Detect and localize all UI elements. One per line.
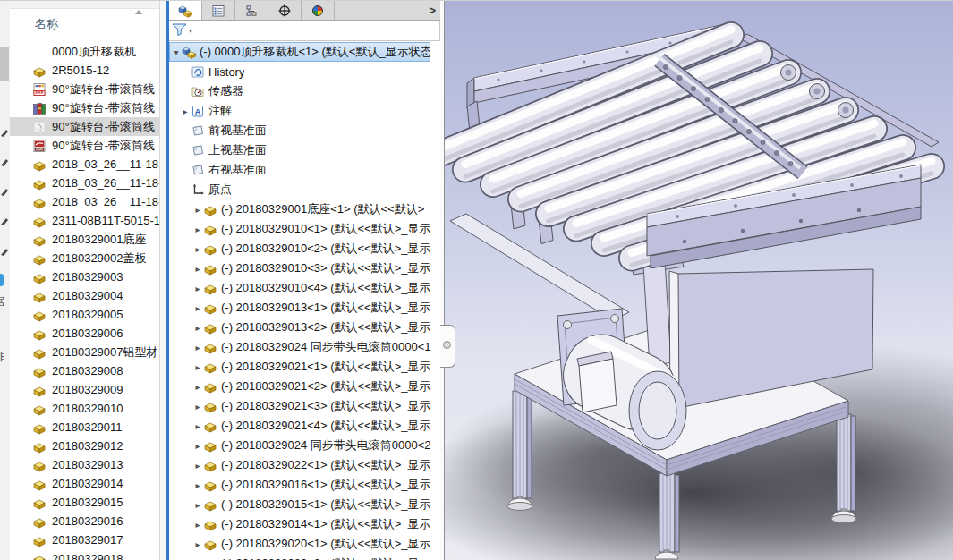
collapsed-expander-icon[interactable]: ▸ [180,106,191,116]
file-row[interactable]: 2018_03_26__11-18-07- [10,155,159,174]
collapsed-expander-icon[interactable]: ▸ [192,421,203,431]
file-row[interactable]: 20180329012 [10,437,159,455]
tree-row[interactable]: ▸ (-) 20180329024 同步带头电滚筒0000<2 [169,436,430,455]
tree-row[interactable]: ▸ (-) 20180329021<2> (默认<<默认>_显示 [169,377,430,396]
tab-overflow-arrow[interactable]: > [429,4,436,17]
tree-row[interactable]: ▸ (-) 20180329022<1> (默认<<默认>_显示 [169,455,430,475]
tree-row[interactable]: ▸ (-) 20180329024 同步带头电滚筒0000<1 [169,337,430,357]
collapsed-expander-icon[interactable]: ▸ [192,323,203,333]
part-file-icon [32,327,47,341]
filter-dropdown-icon[interactable]: ▾ [189,27,192,35]
tree-row[interactable]: 传感器 [169,81,430,101]
collapsed-expander-icon[interactable]: ▸ [192,520,203,530]
file-row[interactable]: 20180329018 [10,549,159,560]
tree-row[interactable]: ▾ (-) 0000顶升移裁机<1> (默认<默认_显示状态 [169,42,430,62]
file-row[interactable]: 20180329017 [10,530,159,549]
tree-row[interactable]: ▸ (-) 20180329015<1> (默认<<默认>_显示 [169,495,430,514]
tree-row[interactable]: 原点 [169,180,430,199]
file-row[interactable]: 0000顶升移裁机 [10,42,159,61]
file-row[interactable]: 20180329010 [10,399,159,418]
collapsed-expander-icon[interactable]: ▸ [192,362,203,372]
tree-row[interactable]: ▸ A注解 [169,101,430,121]
file-row[interactable]: 90°旋转台-带滚筒线 [10,98,159,117]
part-file-icon [32,402,47,416]
file-row[interactable]: 2311-08B11T-5015-12- [10,211,159,230]
tree-row-label: 注解 [208,103,232,119]
tree-row[interactable]: ▸ (-) 20180329013<1> (默认<<默认>_显示 [169,298,430,318]
tree-row[interactable]: 上视基准面 [169,140,430,160]
pin-icon-fragment [1,183,9,191]
collapsed-expander-icon[interactable]: ▸ [192,225,203,234]
file-row[interactable]: 202090°旋转台-带滚筒线 [10,136,159,155]
collapsed-expander-icon[interactable]: ▸ [192,539,203,549]
collapsed-expander-icon[interactable]: ▸ [192,461,203,471]
file-row[interactable]: 20180329014 [10,474,159,493]
file-row[interactable]: 20180329016 [10,512,159,530]
tree-row[interactable]: ▸ (-) 20180329001底座<1> (默认<<默认> [169,199,430,219]
tree-row[interactable]: ▸ (-) 20180329014<1> (默认<<默认>_显示 [169,514,430,534]
featuremanager-tab[interactable] [169,1,202,20]
tree-row[interactable]: ▸ (-) 20180329020<2> (默认<<默认>_显 [169,554,430,560]
file-row[interactable]: 20180329011 [10,418,159,437]
tree-row[interactable]: ▸ (-) 20180329020<1> (默认<<默认>_显示 [169,534,430,554]
collapsed-expander-icon[interactable]: ▸ [192,382,203,392]
tree-row[interactable]: ▸ (-) 20180329021<3> (默认<<默认>_显示 [169,396,430,416]
collapsed-expander-icon[interactable]: ▸ [192,480,203,490]
name-column-header[interactable]: 名称 [35,16,58,32]
file-row[interactable]: 20180329002盖板 [10,249,159,267]
tree-row[interactable]: History [169,62,430,81]
file-row[interactable]: 20180329007铝型材 [10,343,159,361]
tree-row[interactable]: ▸ (-) 20180329021<4> (默认<<默认>_显示 [169,416,430,436]
tree-row[interactable]: ▸ (-) 20180329010<1> (默认<<默认>_显示 [169,219,430,239]
collapsed-expander-icon[interactable]: ▸ [192,343,203,352]
tree-row[interactable]: 右视基准面 [169,160,430,180]
file-row[interactable]: 20180329008 [10,361,159,380]
collapsed-expander-icon[interactable]: ▸ [192,500,203,510]
expanded-expander-icon[interactable]: ▾ [171,47,182,57]
file-row[interactable]: 90°旋转台-带滚筒线 [10,117,159,136]
tree-row[interactable]: ▸ (-) 20180329010<4> (默认<<默认>_显示 [169,278,430,298]
tree-row[interactable]: ▸ (-) 20180329010<3> (默认<<默认>_显示 [169,259,430,278]
viewport-3d[interactable] [445,1,953,560]
file-row[interactable]: 20180329001底座 [10,230,159,249]
part-file-icon [32,383,47,397]
collapsed-expander-icon[interactable]: ▸ [192,284,203,293]
file-row[interactable]: ERR90°旋转台-带滚筒线 [10,80,159,98]
file-row-label: 90°旋转台-带滚筒线 [52,81,155,98]
configurationmanager-tab[interactable] [235,1,268,20]
displaymanager-tab-icon [311,4,325,18]
file-row[interactable]: 20180329005 [10,305,159,324]
tree-row-label: (-) 0000顶升移裁机<1> (默认<默认_显示状态 [200,44,430,60]
tree-row[interactable]: ▸ (-) 20180329016<1> (默认<<默认>_显示 [169,475,430,495]
tree-row[interactable]: ▸ (-) 20180329013<2> (默认<<默认>_显示 [169,318,430,337]
collapsed-expander-icon[interactable]: ▸ [192,244,203,254]
tree-row[interactable]: ▸ (-) 20180329010<2> (默认<<默认>_显示 [169,239,430,259]
file-row[interactable]: 20180329003 [10,267,159,286]
file-row[interactable]: 20180329004 [10,286,159,305]
file-row[interactable]: 2018_03_26__11-18-07- [10,192,159,211]
dimxpertmanager-tab[interactable] [268,1,302,20]
pin-icon-fragment [1,154,9,162]
part-icon [203,438,217,453]
tree-filter-bar[interactable]: ▾ [169,21,440,41]
tree-row[interactable]: 前视基准面 [169,121,430,140]
filter-funnel-icon[interactable] [172,22,188,40]
svg-text:2020: 2020 [36,147,43,150]
collapsed-expander-icon[interactable]: ▸ [192,303,203,313]
collapsed-expander-icon[interactable]: ▸ [192,264,203,274]
file-row[interactable]: 20180329013 [10,455,159,474]
collapsed-expander-icon[interactable]: ▸ [192,205,203,215]
tree-row[interactable]: ▸ (-) 20180329021<1> (默认<<默认>_显示 [169,357,430,377]
collapsed-expander-icon[interactable]: ▸ [192,441,203,451]
file-row[interactable]: 20180329009 [10,380,159,399]
file-row[interactable]: 20180329015 [10,493,159,512]
file-row[interactable]: 2018_03_26__11-18-07- [10,174,159,192]
propertymanager-tab[interactable] [202,1,235,20]
file-list-header[interactable]: 名称 [10,8,159,38]
panel-collapse-handle[interactable] [440,325,455,368]
file-row[interactable]: 2R5015-12 [10,61,159,80]
collapsed-expander-icon[interactable]: ▸ [192,402,203,412]
part-icon [203,222,217,236]
file-row[interactable]: 20180329006 [10,324,159,343]
displaymanager-tab[interactable] [302,1,335,20]
